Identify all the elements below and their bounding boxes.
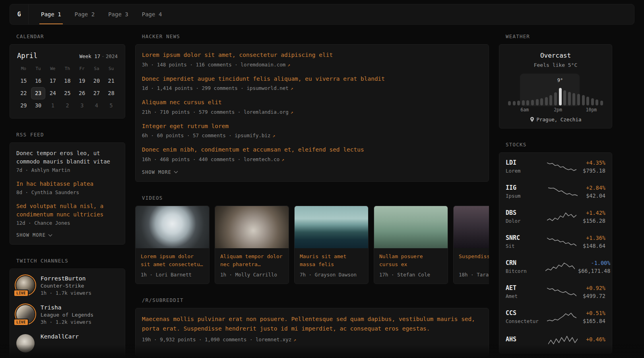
stock-row[interactable]: LDI Lorem +4.35% $795.18 — [506, 159, 605, 174]
video-thumbnail[interactable] — [215, 206, 289, 248]
channel-viewers: 3h · 1.2k viewers — [41, 319, 93, 326]
stock-ticker: CCS — [506, 309, 542, 317]
weather-bar — [568, 92, 571, 105]
stocks-widget-title: STOCKS — [506, 142, 612, 148]
stock-values: +0.51% $165.84 — [583, 310, 605, 324]
calendar-week: Week 17 — [80, 53, 101, 59]
stock-name: Ipsum — [506, 193, 542, 199]
weather-bar — [572, 93, 575, 105]
hacker-news-item-title[interactable]: Lorem ipsum dolor sit amet, consectetur … — [142, 51, 482, 60]
show-more-label: SHOW MORE — [16, 232, 46, 238]
hacker-news-item-source-link[interactable]: ipsumworld.net↗ — [246, 85, 293, 91]
hacker-news-item-source-link[interactable]: ipsumify.biz↗ — [235, 132, 275, 138]
hacker-news-item: Donec imperdiet augue tincidunt felis al… — [142, 75, 482, 93]
weather-bar — [559, 88, 562, 105]
hacker-news-item-title[interactable]: Integer eget rutrum lorem — [142, 122, 482, 131]
video-card: Nullam posuere cursus ex 17h · Stefan Co… — [374, 206, 448, 284]
stock-row[interactable]: SNRC Sit +1.36% $148.64 — [506, 234, 605, 249]
video-title[interactable]: Mauris sit amet massa felis — [300, 253, 363, 268]
app-logo[interactable]: G — [10, 4, 29, 24]
hacker-news-item-stats: 21h · 710 points · 579 comments · — [142, 109, 244, 115]
page-tab[interactable]: Page 3 — [107, 4, 130, 24]
page-tab[interactable]: Page 2 — [73, 4, 97, 24]
rss-item-title[interactable]: In hac habitasse platea — [16, 180, 118, 188]
weather-widget: WEATHER Overcast Feels like 5°C 9° 6am2p… — [499, 33, 612, 128]
video-title[interactable]: Nullam posuere cursus ex — [379, 253, 442, 268]
subreddit-post-title[interactable]: Maecenas mollis pulvinar erat non posuer… — [142, 315, 482, 334]
video-thumbnail[interactable] — [374, 206, 448, 248]
stock-row[interactable]: AET Amet +0.92% $499.72 — [506, 284, 605, 299]
stock-ticker: AET — [506, 284, 542, 292]
stock-sparkline — [548, 186, 578, 197]
calendar-day-of-week: Fr — [75, 63, 89, 75]
left-column: CALENDAR April Week 17·2024 MoTuWeThFrSa… — [10, 33, 125, 358]
stock-row[interactable]: CRN Bitcorn -1.00% $66,171.48 — [506, 259, 605, 274]
video-meta: 1h · Molly Carrillo — [220, 271, 283, 279]
stock-values: +0.92% $499.72 — [583, 285, 605, 299]
video-thumbnail[interactable] — [454, 206, 489, 248]
stock-row[interactable]: IIG Ipsum +2.84% $42.04 — [506, 184, 605, 199]
subreddit-post-meta: 19h · 9,932 points · 1,090 comments · lo… — [142, 336, 482, 344]
video-title[interactable]: Lorem ipsum dolor sit amet consectetu… — [141, 253, 204, 268]
stock-ticker: IIG — [506, 184, 542, 191]
hacker-news-item-source-link[interactable]: loremdomain.com↗ — [241, 62, 290, 68]
calendar-day-of-week: Th — [60, 63, 75, 75]
calendar-card: April Week 17·2024 MoTuWeThFrSaSu 151617… — [10, 44, 125, 119]
stock-sparkline — [545, 261, 575, 272]
chevron-down-icon — [174, 169, 178, 173]
hacker-news-item-meta: 21h · 710 points · 579 comments · loreml… — [142, 109, 482, 116]
hacker-news-item: Aliquam nec cursus elit 21h · 710 points… — [142, 98, 482, 116]
twitch-channel-item[interactable]: LIVE ForrestBurton Counter-Strike 1h · 1… — [16, 275, 118, 297]
twitch-card: LIVE ForrestBurton Counter-Strike 1h · 1… — [10, 268, 125, 358]
stock-name: Consectetur — [506, 318, 542, 324]
stock-row[interactable]: AHS +0.46% — [506, 335, 605, 345]
stock-row[interactable]: DBS Dolor +1.42% $156.28 — [506, 209, 605, 224]
subreddit-post: Maecenas mollis pulvinar erat non posuer… — [142, 315, 482, 344]
source-domain: loremtech.co — [244, 156, 279, 162]
weather-bar — [582, 95, 585, 105]
stock-change: +1.36% — [583, 235, 605, 241]
hacker-news-item-title[interactable]: Donec enim nibh, condimentum et accumsan… — [142, 146, 482, 154]
hacker-news-item-meta: 1d · 1,414 points · 299 comments · ipsum… — [142, 85, 482, 92]
rss-item-title[interactable]: Donec tempor eros leo, ut commodo mauris… — [16, 149, 118, 166]
video-title[interactable]: Aliquam tempor dolor nec pharetra… — [220, 253, 283, 268]
stock-price: $42.04 — [586, 193, 605, 199]
stock-identity: IIG Ipsum — [506, 184, 542, 199]
twitch-channel-item[interactable]: KendallCarr — [16, 333, 118, 352]
channel-name[interactable]: KendallCarr — [41, 333, 79, 340]
video-title[interactable]: Suspendisse diam — [459, 253, 489, 268]
stock-row[interactable]: CCS Consectetur +0.51% $165.84 — [506, 309, 605, 324]
rss-item: In hac habitasse platea 8d · Cynthia Sau… — [16, 180, 118, 197]
hacker-news-item-source-link[interactable]: loremlandia.org↗ — [244, 109, 293, 115]
twitch-avatar[interactable]: LIVE — [16, 276, 35, 294]
page-tab[interactable]: Page 4 — [140, 4, 164, 24]
channel-name[interactable]: Trisha — [41, 304, 93, 311]
hacker-news-item-stats: 16h · 468 points · 440 comments · — [142, 156, 244, 162]
channel-name[interactable]: ForrestBurton — [41, 275, 91, 282]
twitch-avatar[interactable] — [16, 334, 35, 352]
source-domain: loremdomain.com — [241, 62, 285, 68]
subreddit-post-source-link[interactable]: loremnet.xyz↗ — [256, 337, 296, 342]
video-thumbnail[interactable] — [136, 206, 209, 248]
calendar-day-of-week: We — [45, 63, 60, 75]
rss-item-title[interactable]: Sed volutpat nulla nisl, a condimentum n… — [16, 202, 118, 219]
calendar-day-cell: 26 — [75, 87, 89, 99]
rss-show-more-button[interactable]: SHOW MORE — [16, 232, 52, 238]
calendar-day-cell: 18 — [60, 75, 75, 87]
calendar-day-cell: 25 — [60, 87, 75, 99]
hacker-news-show-more-button[interactable]: SHOW MORE — [142, 169, 177, 175]
twitch-channel-item[interactable]: LIVE Trisha League of Legends 3h · 1.2k … — [16, 304, 118, 326]
hacker-news-item-title[interactable]: Aliquam nec cursus elit — [142, 98, 482, 107]
twitch-avatar[interactable]: LIVE — [16, 305, 35, 323]
video-thumbnail[interactable] — [295, 206, 368, 248]
stock-change: +0.51% — [583, 310, 605, 316]
page-tab[interactable]: Page 1 — [39, 4, 63, 24]
weather-feels-like: Feels like 5°C — [505, 62, 606, 68]
hacker-news-item-title[interactable]: Donec imperdiet augue tincidunt felis al… — [142, 75, 482, 84]
hacker-news-item-source-link[interactable]: loremtech.co↗ — [244, 156, 284, 162]
rss-item-meta: 12d · Chance Jones — [16, 220, 118, 227]
weather-bar — [526, 100, 529, 105]
calendar-day-cell: 3 — [75, 99, 89, 112]
weather-location: Prague, Czechia — [505, 117, 606, 123]
calendar-month: April — [17, 52, 37, 60]
